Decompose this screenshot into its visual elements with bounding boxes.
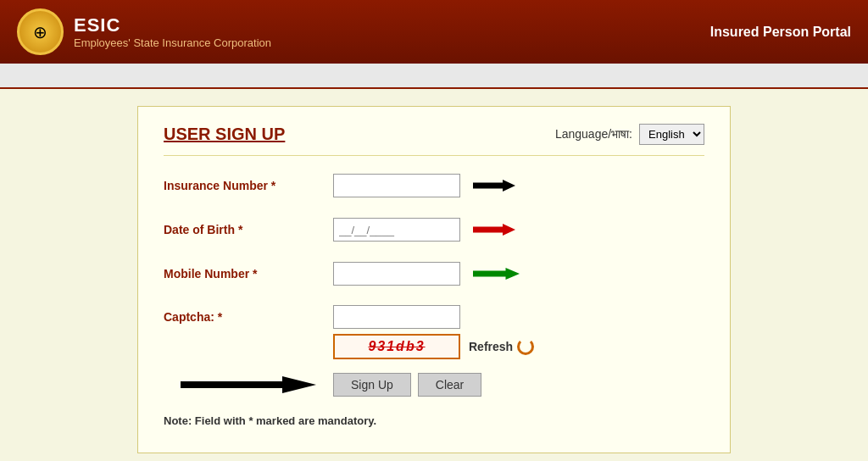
dob-input[interactable] xyxy=(333,218,460,242)
dob-label: Date of Birth * xyxy=(164,223,333,236)
esic-logo: ⊕ xyxy=(17,8,64,55)
insurance-number-field: Insurance Number * xyxy=(164,173,704,198)
captcha-image-row: 931db3 Refresh xyxy=(333,334,704,359)
insurance-number-input[interactable] xyxy=(333,174,460,197)
org-name: ESIC xyxy=(74,14,271,36)
header-left: ⊕ ESIC Employees' State Insurance Corpor… xyxy=(17,8,271,55)
buttons-row: Sign Up Clear xyxy=(164,368,704,402)
insurance-number-input-wrapper xyxy=(333,174,460,197)
form-title: USER SIGN UP xyxy=(164,125,285,144)
captcha-image: 931db3 xyxy=(333,334,460,359)
mobile-arrow-icon xyxy=(473,261,532,286)
clear-button[interactable]: Clear xyxy=(418,373,481,397)
captcha-input-row: Captcha: * xyxy=(164,305,704,329)
form-title-row: USER SIGN UP Language/भाषा: English Hind… xyxy=(164,124,704,156)
dob-arrow-icon xyxy=(473,217,532,242)
sub-nav xyxy=(0,64,868,89)
insurance-number-label: Insurance Number * xyxy=(164,179,333,192)
signup-form-container: USER SIGN UP Language/भाषा: English Hind… xyxy=(137,106,731,453)
insurance-arrow-icon xyxy=(473,173,532,198)
mobile-input-wrapper xyxy=(333,262,460,286)
language-dropdown[interactable]: English Hindi xyxy=(639,124,704,145)
captcha-input[interactable] xyxy=(333,305,460,329)
org-full-name: Employees' State Insurance Corporation xyxy=(74,36,271,49)
mobile-field: Mobile Number * xyxy=(164,261,704,286)
site-header: ⊕ ESIC Employees' State Insurance Corpor… xyxy=(0,0,868,64)
mandatory-note: Note: Field with * marked are mandatory. xyxy=(164,414,704,427)
portal-name: Insured Person Portal xyxy=(710,25,851,40)
refresh-icon xyxy=(517,338,534,355)
dob-input-wrapper xyxy=(333,218,460,242)
mobile-label: Mobile Number * xyxy=(164,267,333,280)
action-buttons: Sign Up Clear xyxy=(333,373,481,397)
header-text: ESIC Employees' State Insurance Corporat… xyxy=(74,14,271,49)
captcha-label: Captcha: * xyxy=(164,310,333,324)
mobile-input[interactable] xyxy=(333,262,460,286)
main-content: USER SIGN UP Language/भाषा: English Hind… xyxy=(0,89,868,461)
refresh-label: Refresh xyxy=(469,340,513,353)
dob-field: Date of Birth * xyxy=(164,217,704,242)
sign-up-button[interactable]: Sign Up xyxy=(333,373,411,397)
refresh-button[interactable]: Refresh xyxy=(469,338,534,355)
language-selector: Language/भाषा: English Hindi xyxy=(555,124,704,145)
language-label: Language/भाषा: xyxy=(555,127,632,142)
captcha-section: Captcha: * 931db3 Refresh xyxy=(164,305,704,359)
signup-arrow-icon xyxy=(164,368,333,402)
